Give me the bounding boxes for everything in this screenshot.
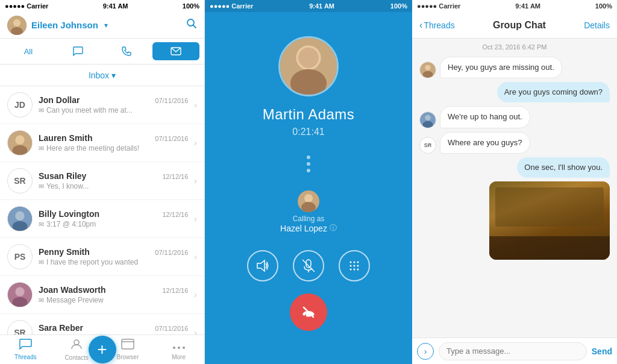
expand-button[interactable]: › [417,343,434,360]
svg-rect-16 [122,339,134,349]
msg-preview: Message Preview [46,296,104,304]
call-avatar [278,36,339,96]
compose-fab[interactable]: + [89,336,116,363]
msg-content: Joan Wadsworth 12/12/16 ✉ Message Previe… [39,285,188,304]
back-button[interactable]: ‹ Threads [419,20,455,31]
chat-bubble: We're up to hang out. [440,106,530,128]
msg-name: Billy Lovington [39,209,99,219]
contacts-icon [70,338,83,353]
list-item[interactable]: JD Jon Dollar 07/11/2016 ✉ Can you meet … [0,86,204,124]
svg-point-23 [290,69,327,96]
avatar [7,130,33,155]
msg-name: Joan Wadsworth [39,285,106,295]
tab-email[interactable] [152,42,199,60]
msg-name: Jon Dollar [39,95,80,105]
avatar [7,206,33,231]
msg-preview: Yes, I know... [46,182,89,190]
msg-content: Lauren Smith 07/11/2016 ✉ Here are the m… [39,133,188,152]
avatar [7,282,33,307]
dot-2 [307,162,310,166]
message-list: JD Jon Dollar 07/11/2016 ✉ Can you meet … [0,86,204,334]
inbox-label: Inbox [89,71,109,80]
dot-1 [307,155,310,159]
svg-point-14 [13,297,28,307]
chat-row: One sec, I'll show you. [419,157,610,178]
svg-marker-28 [257,260,265,271]
calling-as-section: Calling as Hazel Lopez ⓘ [280,190,337,233]
chevron-right-icon: › [194,214,197,224]
nav-threads-label: Threads [14,354,37,360]
chevron-right-icon: › [194,328,197,334]
list-item[interactable]: PS Penny Smith 07/11/2016 ✉ I have the r… [0,238,204,276]
email-icon: ✉ [39,145,44,152]
email-icon: ✉ [39,183,44,190]
inbox-user[interactable]: Eileen Johnson ▾ [7,16,108,35]
call-dots [307,155,310,172]
msg-name: Lauren Smith [39,133,92,143]
svg-point-36 [354,265,355,267]
email-icon: ✉ [39,259,44,266]
carrier-3: ●●●●● Carrier [417,2,460,10]
list-item[interactable]: Joan Wadsworth 12/12/16 ✉ Message Previe… [0,276,204,314]
inbox-panel: ●●●●● Carrier 9:41 AM 100% Eileen Johnso… [0,0,205,364]
status-bar-1: ●●●●● Carrier 9:41 AM 100% [0,0,204,12]
search-icon[interactable] [186,18,197,32]
message-input[interactable] [439,342,587,360]
svg-point-7 [15,136,24,145]
list-item[interactable]: Billy Lovington 12/12/16 ✉ 3:17 @ 4:10pm… [0,200,204,238]
svg-point-11 [13,221,28,231]
chat-row: SR Where are you guys? [419,132,610,154]
battery-3: 100% [595,2,612,10]
battery-1: 100% [183,2,199,10]
mute-button[interactable] [293,250,324,281]
chat-bubble: Hey, you guys are missing out. [440,57,562,78]
email-icon: ✉ [39,297,44,304]
back-label: Threads [424,20,454,30]
send-button[interactable]: Send [592,347,612,356]
end-call-button[interactable] [290,293,327,331]
tab-all[interactable]: All [5,42,52,60]
msg-name: Sara Reber [39,323,83,333]
nav-threads[interactable]: Threads [7,339,43,360]
list-item[interactable]: SR Susan Riley 12/12/16 ✉ Yes, I know...… [0,162,204,200]
details-button[interactable]: Details [584,20,610,30]
call-panel: ●●●●● Carrier 9:41 AM 100% Martin Adams … [205,0,412,364]
tab-phone[interactable] [104,42,151,60]
chat-image [489,181,610,260]
list-item[interactable]: SR Sara Reber 07/11/2016 ✉ I'm sending t… [0,314,204,334]
msg-date: 12/12/16 [163,287,189,294]
msg-content: Susan Riley 12/12/16 ✉ Yes, I know... [39,171,188,190]
list-item[interactable]: Lauren Smith 07/11/2016 ✉ Here are the m… [0,124,204,162]
inbox-username: Eileen Johnson [31,20,98,30]
msg-preview: 3:17 @ 4:10pm [46,220,96,228]
msg-preview: I have the report you wanted [46,258,138,266]
msg-content: Penny Smith 07/11/2016 ✉ I have the repo… [39,247,188,266]
speaker-button[interactable] [247,250,278,281]
chat-input-bar: › Send [412,337,617,364]
carrier-1: ●●●●● Carrier [5,2,48,10]
svg-point-1 [13,19,20,27]
msg-date: 12/12/16 [163,211,189,218]
msg-preview: Can you meet with me at... [46,106,133,115]
svg-point-47 [423,121,433,127]
svg-point-35 [350,265,352,267]
svg-point-15 [74,340,79,345]
bottom-nav: Threads Contacts + Browser More [0,334,204,364]
email-icon: ✉ [39,221,44,228]
avatar: SR [419,137,436,154]
keypad-button[interactable] [339,250,370,281]
calling-as-name: Hazel Lopez ⓘ [280,223,337,233]
nav-more[interactable]: More [161,339,197,360]
chevron-right-icon: › [194,138,197,148]
nav-contacts-label: Contacts [64,354,88,361]
chat-panel: ●●●●● Carrier 9:41 AM 100% ‹ Threads Gro… [412,0,617,364]
info-icon: ⓘ [330,223,337,233]
chevron-down-icon: ▾ [104,21,108,30]
call-duration: 0:21:41 [292,127,324,137]
msg-name: Susan Riley [39,171,86,181]
status-bar-3: ●●●●● Carrier 9:41 AM 100% [412,0,617,12]
calling-as-avatar [298,190,319,212]
nav-more-label: More [172,354,186,360]
svg-point-33 [354,262,355,263]
tab-chat[interactable] [54,42,101,60]
